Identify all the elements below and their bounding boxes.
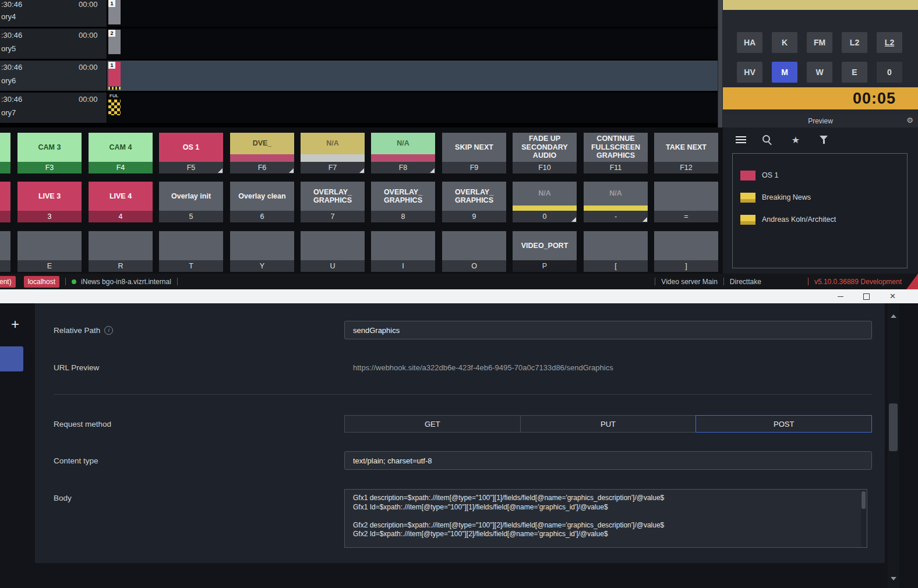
timeline-row[interactable]: :30:4600:00ory52	[0, 29, 718, 59]
scroll-up-icon[interactable]	[891, 314, 896, 318]
scroll-down-icon[interactable]	[891, 577, 896, 580]
inews-server-label: iNews bgo-in8-a.vizrt.internal	[81, 278, 171, 286]
method-option-post[interactable]: POST	[696, 416, 871, 432]
scrollbar-thumb[interactable]	[889, 403, 898, 451]
key-button-l2-0-4[interactable]: L2	[877, 32, 902, 53]
search-icon[interactable]	[761, 133, 775, 147]
sidebar-selected-item[interactable]	[0, 346, 23, 371]
shortcut-button-partial[interactable]	[0, 182, 10, 222]
timeline-row[interactable]: :30:4600:00ory61	[0, 61, 718, 91]
key-button-w-1-2[interactable]: W	[807, 62, 832, 83]
key-button-e-1-3[interactable]: E	[842, 62, 867, 83]
key-label: Y	[260, 262, 264, 270]
shortcut-label: DVE_​	[230, 133, 294, 154]
story-duration: 00:00	[79, 31, 98, 40]
shortcut-button-F12[interactable]: TAKE NEXTF12	[654, 133, 718, 173]
shortcut-key: 7	[301, 211, 365, 222]
body-scrollbar[interactable]	[861, 490, 866, 547]
shortcut-key: F11	[584, 162, 648, 173]
graphics-item[interactable]: OS 1	[733, 164, 907, 186]
shortcut-button-][interactable]: ]	[654, 231, 718, 272]
shortcut-button-7[interactable]: OVERLAY_​GRAPHICS7	[301, 182, 365, 222]
shortcut-label	[442, 231, 506, 260]
scrollbar-thumb[interactable]	[861, 491, 866, 509]
shortcut-button-E[interactable]: E	[17, 231, 82, 272]
shortcut-button-[[interactable]: [	[584, 231, 648, 272]
shortcut-button-9[interactable]: OVERLAY_​GRAPHICS9	[442, 182, 506, 222]
key-label: 3	[48, 212, 52, 221]
graphics-item[interactable]: Andreas Koln/Architect	[733, 208, 907, 231]
shortcut-button-F11[interactable]: CONTINUE FULLSCREEN GRAPHICSF11	[584, 133, 648, 173]
shortcut-button-6[interactable]: Overlay clean6	[230, 182, 294, 222]
content-type-input[interactable]	[344, 451, 872, 470]
close-button[interactable]	[880, 289, 906, 303]
timeline-marker: 2	[108, 30, 121, 54]
shortcut-button-3[interactable]: LIVE 33	[17, 182, 82, 222]
key-button-m-1-1[interactable]: M	[772, 62, 797, 83]
shortcut-button-F3[interactable]: CAM 3F3	[17, 133, 82, 173]
body-textarea[interactable]: Gfx1 description=$xpath:.//item[@type="1…	[344, 489, 867, 548]
shortcut-button-F4[interactable]: CAM 4F4	[89, 133, 153, 173]
corner-triangle-icon	[571, 217, 576, 222]
shortcut-key: F12	[654, 162, 718, 173]
key-button-k-0-1[interactable]: K	[772, 32, 797, 53]
timeline-scrollbar[interactable]	[718, 0, 723, 127]
key-button-fm-0-2[interactable]: FM	[807, 32, 832, 53]
shortcut-key: F4	[89, 162, 153, 173]
relative-path-input[interactable]	[344, 321, 872, 339]
shortcut-button-F5[interactable]: OS 1F5	[159, 133, 223, 173]
shortcut-button-F6[interactable]: DVE_​F6	[230, 133, 294, 173]
story-time: :30:46	[1, 95, 22, 104]
shortcut-button-F8[interactable]: N/AF8	[371, 133, 435, 173]
shortcut-button-F9[interactable]: SKIP NEXTF9	[442, 133, 506, 173]
filter-icon[interactable]	[817, 133, 831, 147]
key-button-hv-1-0[interactable]: HV	[737, 62, 762, 83]
minimize-button[interactable]	[827, 289, 853, 303]
shortcut-button-partial[interactable]	[0, 133, 10, 173]
request-method-segmented-control: GETPUTPOST	[344, 415, 872, 433]
shortcut-key: U	[301, 260, 365, 272]
story-time: :30:46	[1, 0, 22, 9]
shortcut-button-=[interactable]: =	[654, 182, 718, 222]
shortcut-button-5[interactable]: Overlay init5	[159, 182, 223, 222]
shortcut-button-I[interactable]: I	[371, 231, 435, 272]
shortcut-label: OVERLAY_​GRAPHICS	[371, 182, 435, 211]
gear-icon[interactable]	[906, 116, 913, 125]
shortcut-button-R[interactable]: R	[89, 231, 153, 272]
shortcut-button-8[interactable]: OVERLAY_​GRAPHICS8	[371, 182, 435, 222]
shortcut-button-4[interactable]: LIVE 44	[89, 182, 153, 222]
star-icon[interactable]	[789, 133, 803, 147]
shortcut-button-F10[interactable]: FADE UP SECONDARY AUDIOF10	[513, 133, 577, 173]
shortcut-button-partial[interactable]	[0, 231, 10, 272]
shortcut-button-Y[interactable]: Y	[230, 231, 294, 272]
shortcut-key: 6	[230, 211, 294, 222]
relative-path-label-text: Relative Path	[54, 326, 100, 335]
maximize-button[interactable]	[853, 289, 880, 303]
shortcut-button-O[interactable]: O	[442, 231, 506, 272]
key-button-ha-0-0[interactable]: HA	[737, 32, 762, 53]
shortcut-button--[interactable]: N/A-	[584, 182, 648, 222]
url-preview-label-text: URL Preview	[54, 363, 99, 372]
relative-path-label: Relative Path	[54, 325, 113, 335]
shortcut-button-0[interactable]: N/A0	[513, 182, 577, 222]
request-method-label: Request method	[54, 419, 111, 429]
shortcut-key: F8	[371, 162, 435, 173]
key-label: -	[615, 212, 617, 221]
plus-icon[interactable]	[9, 318, 21, 330]
shortcut-button-P[interactable]: VIDEO_​PORTP	[513, 231, 577, 272]
shortcut-key: 3	[17, 211, 82, 222]
timeline-row[interactable]: :30:4600:00ory7FUL	[0, 93, 718, 123]
shortcut-button-T[interactable]: T	[159, 231, 223, 272]
shortcut-label	[89, 231, 153, 260]
graphics-item[interactable]: Breaking News	[733, 186, 907, 208]
method-option-put[interactable]: PUT	[521, 416, 697, 432]
method-option-get[interactable]: GET	[345, 416, 521, 432]
key-button-0-1-4[interactable]: 0	[877, 62, 902, 83]
key-button-l2-0-3[interactable]: L2	[842, 32, 867, 53]
body-label: Body	[54, 493, 72, 503]
menu-icon[interactable]	[734, 133, 748, 147]
shortcut-button-F7[interactable]: N/AF7	[301, 133, 365, 173]
shortcut-button-U[interactable]: U	[301, 231, 365, 272]
scrollbar-thumb[interactable]	[718, 0, 722, 127]
timeline-row[interactable]: :30:4600:00ory41	[0, 0, 718, 27]
